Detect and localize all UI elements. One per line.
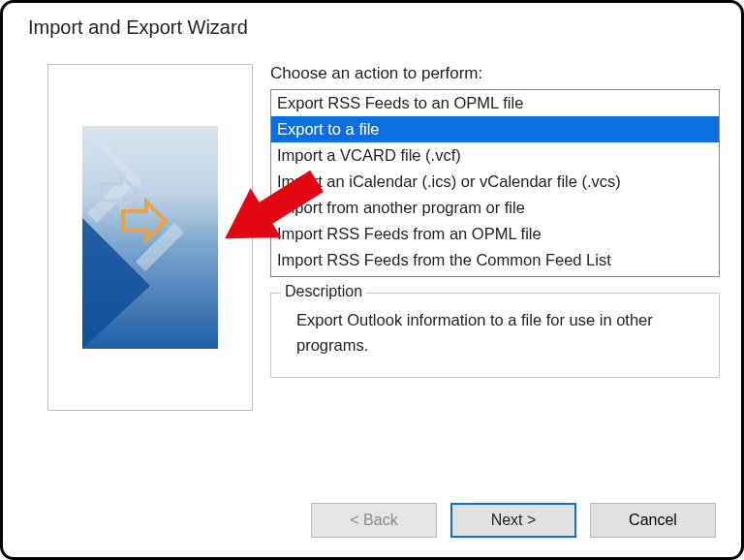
next-button[interactable]: Next > <box>450 503 576 538</box>
wizard-sidebar <box>47 64 253 411</box>
action-listbox[interactable]: Export RSS Feeds to an OPML file Export … <box>270 89 720 277</box>
action-item[interactable]: Import RSS Feeds from the Common Feed Li… <box>271 247 719 273</box>
description-group: Description Export Outlook information t… <box>270 293 720 378</box>
dialog-title: Import and Export Wizard <box>3 3 741 39</box>
description-label: Description <box>281 283 366 300</box>
button-row: < Back Next > Cancel <box>311 503 716 538</box>
wizard-graphic <box>82 126 218 349</box>
wizard-main: Choose an action to perform: Export RSS … <box>270 64 720 411</box>
wizard-dialog: Import and Export Wizard Choose an actio… <box>0 0 744 560</box>
back-button: < Back <box>311 503 437 538</box>
action-item[interactable]: Import RSS Feeds from an OPML file <box>271 221 719 247</box>
cancel-button[interactable]: Cancel <box>590 503 716 538</box>
svg-marker-3 <box>82 218 150 349</box>
action-item[interactable]: Import from another program or file <box>271 195 719 221</box>
action-item-selected[interactable]: Export to a file <box>271 116 719 142</box>
action-prompt: Choose an action to perform: <box>270 64 720 83</box>
svg-marker-1 <box>123 202 166 240</box>
description-body: Export Outlook information to a file for… <box>289 307 705 358</box>
action-item[interactable]: Export RSS Feeds to an OPML file <box>271 90 719 116</box>
wizard-arrows-icon <box>82 126 218 349</box>
action-item[interactable]: Import a VCARD file (.vcf) <box>271 142 719 169</box>
dialog-content: Choose an action to perform: Export RSS … <box>3 39 741 411</box>
action-item[interactable]: Import an iCalendar (.ics) or vCalendar … <box>271 169 719 195</box>
